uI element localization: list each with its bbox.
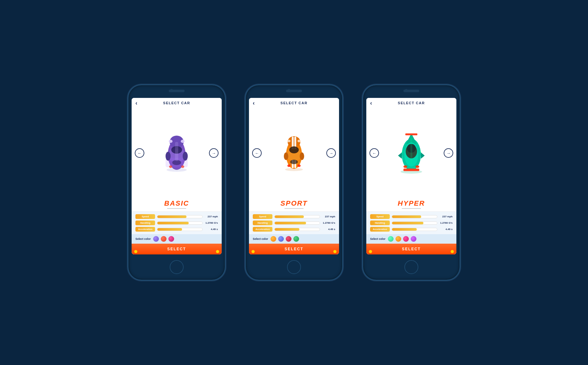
stat-row-1: Handling 1.2780 G's — [135, 221, 218, 225]
color-section: Select color — [132, 234, 222, 244]
stat-bar-fill — [392, 222, 423, 224]
stat-value: 237 mph — [205, 215, 218, 218]
car-name-underline — [402, 208, 421, 209]
stat-value: 1.2780 G's — [322, 221, 335, 224]
color-label: Select color — [253, 237, 268, 240]
color-option[interactable] — [161, 236, 167, 242]
svg-point-6 — [169, 140, 173, 143]
svg-point-22 — [287, 140, 291, 142]
stats-section: Speed 237 mph Handling 1.2780 G's Accele… — [249, 212, 339, 234]
color-option[interactable] — [278, 236, 284, 242]
stat-label: Speed — [370, 214, 390, 219]
color-label: Select color — [135, 237, 151, 240]
stat-bar-fill — [392, 228, 417, 231]
stat-label: Handling — [135, 221, 155, 225]
back-button[interactable]: ‹ — [253, 100, 255, 106]
color-section: Select color — [366, 234, 456, 244]
stat-label: Speed — [253, 214, 272, 219]
color-label: Select color — [370, 237, 385, 240]
select-button[interactable]: SELECT — [366, 244, 456, 254]
stats-section: Speed 237 mph Handling 1.2780 G's Accele… — [366, 212, 456, 234]
stat-bar — [157, 221, 203, 225]
screen-header: ‹ SELECT CAR — [249, 98, 339, 108]
next-car-button[interactable]: → — [326, 148, 336, 158]
svg-point-7 — [181, 140, 185, 143]
color-dots — [271, 236, 299, 242]
stat-value: 237 mph — [322, 215, 335, 218]
phone-camera — [405, 89, 408, 92]
color-dots — [153, 236, 174, 242]
phones-container: ‹ SELECT CAR ← — [127, 84, 461, 281]
stat-value: 4.49 s — [322, 228, 335, 231]
svg-point-20 — [289, 146, 299, 153]
prev-car-button[interactable]: ← — [135, 148, 144, 158]
phone-screen: ‹ SELECT CAR ← — [132, 98, 222, 254]
screen-title: SELECT CAR — [163, 101, 190, 105]
screen-title: SELECT CAR — [280, 101, 307, 105]
svg-point-26 — [284, 152, 288, 160]
car-display-area: ← → — [132, 108, 222, 198]
stat-label: Acceleration — [370, 227, 390, 232]
select-button[interactable]: SELECT — [249, 244, 339, 254]
stat-value: 4.49 s — [205, 228, 218, 231]
stat-row-1: Handling 1.2780 G's — [370, 221, 453, 225]
home-button[interactable] — [170, 260, 184, 274]
stat-value: 4.49 s — [439, 228, 453, 231]
color-option[interactable] — [153, 236, 159, 242]
stat-bar — [157, 228, 203, 231]
car-name-section: SPORT — [249, 198, 339, 212]
svg-point-21 — [290, 160, 298, 164]
car-display-area: ← → — [366, 108, 456, 198]
color-option[interactable] — [286, 236, 291, 242]
stat-bar-fill — [392, 215, 421, 218]
select-button[interactable]: SELECT — [132, 244, 222, 254]
stat-bar — [274, 228, 320, 231]
color-dots — [388, 236, 416, 242]
stat-row-0: Speed 237 mph — [135, 214, 218, 219]
stat-row-2: Acceleration 4.49 s — [370, 227, 453, 232]
svg-rect-42 — [410, 138, 412, 163]
next-car-button[interactable]: → — [444, 148, 453, 158]
home-button[interactable] — [287, 260, 301, 274]
phone-frame: ‹ SELECT CAR ← → — [245, 84, 343, 281]
stat-row-1: Handling 1.2780 G's — [253, 221, 335, 225]
color-option[interactable] — [271, 236, 276, 242]
prev-car-button[interactable]: ← — [252, 148, 262, 158]
car-name-section: BASIC — [132, 198, 222, 212]
next-car-button[interactable]: → — [209, 148, 219, 158]
home-button[interactable] — [404, 260, 418, 274]
stats-section: Speed 237 mph Handling 1.2780 G's Accele… — [132, 212, 222, 234]
screen-header: ‹ SELECT CAR — [366, 98, 456, 108]
phone-hyper: ‹ SELECT CAR ← — [362, 84, 461, 281]
stat-value: 237 mph — [439, 215, 453, 218]
color-section: Select color — [249, 234, 339, 244]
color-option[interactable] — [395, 236, 401, 242]
car-name-underline — [284, 208, 304, 209]
car-display-area: ← → — [249, 108, 339, 198]
back-button[interactable]: ‹ — [135, 100, 137, 106]
color-option[interactable] — [293, 236, 299, 242]
back-button[interactable]: ‹ — [370, 100, 372, 106]
stat-label: Handling — [253, 221, 272, 225]
phone-frame: ‹ SELECT CAR ← — [127, 84, 226, 281]
stat-value: 1.2780 G's — [205, 221, 218, 224]
car-name-underline — [167, 208, 186, 209]
car-name: HYPER — [366, 199, 456, 208]
stat-row-0: Speed 237 mph — [253, 214, 335, 219]
stat-bar-fill — [157, 215, 186, 218]
color-option[interactable] — [388, 236, 394, 242]
car-name: BASIC — [132, 199, 222, 208]
color-option[interactable] — [168, 236, 174, 242]
stat-bar — [392, 215, 437, 218]
svg-rect-13 — [175, 142, 178, 161]
svg-marker-38 — [398, 152, 402, 159]
phone-camera — [170, 89, 173, 92]
prev-car-button[interactable]: ← — [369, 148, 379, 158]
stat-bar — [392, 221, 437, 225]
stat-label: Handling — [370, 221, 390, 225]
color-option[interactable] — [403, 236, 409, 242]
color-option[interactable] — [411, 236, 416, 242]
stat-bar-fill — [275, 228, 299, 231]
phone-camera — [287, 89, 291, 92]
car-name-section: HYPER — [366, 198, 456, 212]
